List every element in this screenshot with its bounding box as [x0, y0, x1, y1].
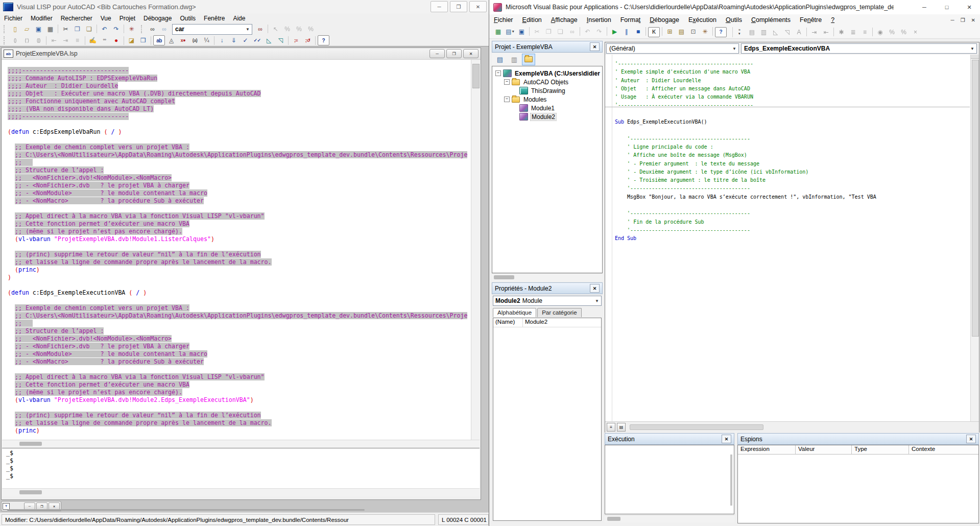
- scrollbar-thumb[interactable]: [730, 455, 732, 506]
- complete-word-icon[interactable]: A: [794, 28, 804, 37]
- bookmark-prev-icon[interactable]: %: [898, 28, 909, 37]
- reset-icon[interactable]: ■: [633, 27, 643, 36]
- uncomment-block-icon[interactable]: ≡: [859, 28, 870, 37]
- paste-icon[interactable]: ❏: [84, 25, 94, 34]
- editor-horizontal-scrollbar[interactable]: [2, 440, 480, 448]
- paste-icon[interactable]: ❏: [555, 27, 566, 36]
- doc-minimize-button[interactable]: ─: [429, 49, 445, 58]
- format-sel-icon[interactable]: ◹: [275, 36, 286, 45]
- code-vertical-scrollbar[interactable]: [970, 55, 979, 421]
- redo-icon[interactable]: ↷: [111, 25, 122, 34]
- scrollbar-thumb[interactable]: [630, 424, 763, 430]
- watch-column-expression[interactable]: Expression: [738, 445, 796, 454]
- vba-titlebar[interactable]: Microsoft Visual Basic pour Applications…: [489, 0, 980, 14]
- watches-grid[interactable]: ExpressionValeurTypeContexte: [737, 445, 979, 523]
- indent-icon[interactable]: ⇥: [809, 28, 820, 37]
- full-module-view-icon[interactable]: ▤: [617, 423, 626, 432]
- close-icon[interactable]: ✕: [590, 284, 600, 293]
- find-next-icon[interactable]: %: [305, 25, 316, 34]
- find-toolbar-icon[interactable]: ∞: [159, 25, 170, 34]
- find-prev-icon[interactable]: %: [294, 25, 304, 34]
- close-button[interactable]: ✕: [958, 0, 980, 14]
- toggle-breakpoint-icon[interactable]: ✱: [836, 28, 847, 37]
- stop-search-icon[interactable]: x●: [178, 36, 188, 45]
- project-explorer-titlebar[interactable]: Projet - ExempleVBA ✕: [492, 41, 603, 53]
- property-row[interactable]: (Name) Module2: [493, 318, 601, 327]
- undo-icon[interactable]: ↶: [99, 25, 110, 34]
- new-window-icon[interactable]: ❒: [138, 36, 149, 45]
- minimize-button[interactable]: ─: [913, 0, 936, 14]
- menu-outils[interactable]: Outils: [721, 15, 747, 25]
- watches-titlebar[interactable]: Espions ✕: [737, 433, 979, 445]
- toolbar-grip[interactable]: [4, 25, 7, 33]
- scrollbar-thumb[interactable]: [19, 490, 42, 494]
- copy-icon[interactable]: ❐: [72, 25, 83, 34]
- inspect-icon[interactable]: ◬: [166, 36, 177, 45]
- watch-column-valeur[interactable]: Valeur: [796, 445, 852, 454]
- bookmark-next-icon[interactable]: %: [887, 28, 897, 37]
- copy-icon[interactable]: ❐: [543, 27, 554, 36]
- load-selection-icon[interactable]: ◪: [126, 36, 137, 45]
- toolbar-options-icon[interactable]: »▾: [732, 27, 743, 37]
- comment-block-icon[interactable]: ;≡: [291, 36, 301, 45]
- properties-titlebar[interactable]: Propriétés - Module2 ✕: [492, 282, 603, 294]
- tree-item-module1[interactable]: Module1: [492, 104, 602, 112]
- toolbox-icon[interactable]: ✳: [700, 27, 710, 36]
- redo-icon[interactable]: ↷: [594, 27, 605, 36]
- bookmarks-clear-icon[interactable]: ×: [910, 28, 921, 37]
- maximize-button[interactable]: ❐: [450, 1, 467, 12]
- preferences-icon[interactable]: ✍: [87, 36, 98, 45]
- doc-restore-button[interactable]: ❐: [446, 49, 462, 58]
- cut-icon[interactable]: ✂: [532, 27, 542, 36]
- help-icon[interactable]: ?: [318, 35, 329, 45]
- properties-object-combobox[interactable]: Module2 Module ▼: [493, 296, 602, 306]
- break-icon[interactable]: ∥: [621, 27, 632, 36]
- view-code-icon[interactable]: ▤: [493, 54, 507, 65]
- menu-insertion[interactable]: Insertion: [582, 15, 616, 25]
- menu-outils[interactable]: Outils: [176, 14, 200, 23]
- check-edit-icon[interactable]: ✓: [240, 36, 251, 45]
- scrollbar-thumb[interactable]: [972, 60, 979, 337]
- chevron-down-icon[interactable]: ▼: [244, 25, 252, 34]
- tree-item-thisdrawing[interactable]: ThisDrawing: [492, 86, 602, 95]
- bookmark-toggle-icon[interactable]: ◉: [875, 28, 886, 37]
- help-icon[interactable]: ?: [715, 27, 727, 37]
- menu-vue[interactable]: Vue: [97, 14, 115, 23]
- scrollbar-thumb[interactable]: [472, 64, 480, 88]
- properties-window-icon[interactable]: ▤: [676, 27, 687, 36]
- record-macro-icon[interactable]: ●: [111, 36, 122, 45]
- menu-projet[interactable]: Projet: [115, 14, 139, 23]
- child-restore-icon[interactable]: ❐: [961, 17, 965, 23]
- menu-dbogage[interactable]: Débogage: [645, 15, 684, 25]
- tree-item-autocad[interactable]: −AutoCAD Objets: [492, 78, 602, 86]
- procedure-dropdown[interactable]: Edps_ExempleExecutionVBA ▼: [741, 43, 977, 54]
- immediate-titlebar[interactable]: Exécution ✕: [605, 433, 734, 445]
- search-combobox[interactable]: car ▼: [172, 24, 252, 35]
- open-file-icon[interactable]: ▱: [21, 25, 32, 34]
- console-horizontal-scrollbar[interactable]: [2, 488, 480, 496]
- menu-format[interactable]: Format: [616, 15, 646, 25]
- save-file-icon[interactable]: ▣: [33, 25, 44, 34]
- watch-column-type[interactable]: Type: [852, 445, 909, 454]
- menu-fichier[interactable]: Fichier: [0, 14, 27, 23]
- menu-aide[interactable]: Aide: [229, 14, 249, 23]
- menu-excution[interactable]: Exécution: [684, 15, 721, 25]
- check-selection-icon[interactable]: ✓✓: [252, 36, 262, 45]
- vlide-titlebar[interactable]: Visual LISP pour AutoCAD <Bib Cartouches…: [0, 0, 489, 14]
- replace-icon[interactable]: %: [282, 25, 293, 34]
- apropos-icon[interactable]: ¼: [201, 36, 212, 45]
- goto-position-icon[interactable]: ✳: [126, 25, 137, 34]
- menu-modifier[interactable]: Modifier: [27, 14, 57, 23]
- tree-item-module2[interactable]: Module2: [492, 112, 602, 121]
- run-icon[interactable]: ▶: [609, 27, 620, 36]
- object-dropdown[interactable]: (Général) ▼: [606, 43, 739, 54]
- lisp-console[interactable]: _$_$_$_$: [2, 448, 480, 488]
- menu-fichier[interactable]: Fichier: [489, 15, 518, 25]
- view-object-icon[interactable]: ▥: [508, 54, 521, 65]
- vba-code-editor[interactable]: '---------------------------------------…: [605, 55, 979, 421]
- match-paren-fwd-icon[interactable]: (¨): [21, 36, 32, 45]
- watch-window-icon[interactable]: °°: [99, 36, 110, 45]
- format-edit-icon[interactable]: ◺: [264, 36, 274, 45]
- new-file-icon[interactable]: ▯: [10, 25, 20, 34]
- find-pointer-icon[interactable]: ↖: [270, 25, 281, 34]
